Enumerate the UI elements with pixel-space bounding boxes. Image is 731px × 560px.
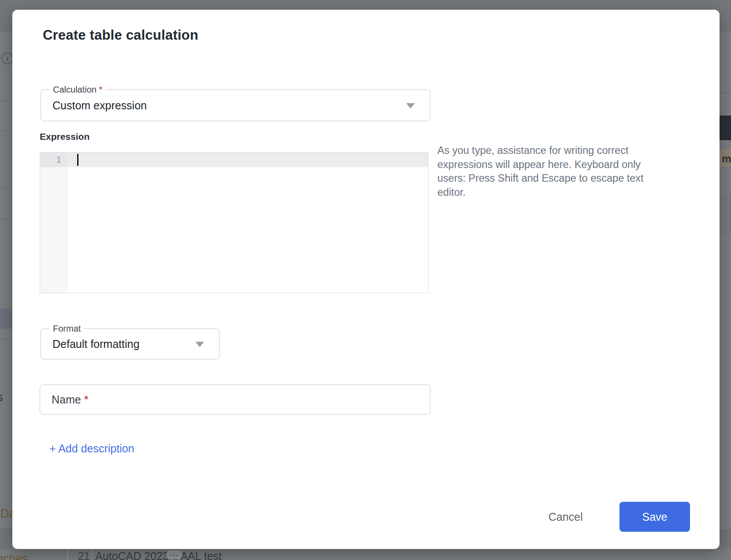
screen: i s Da me 21 AutoCAD 2023.1 AAL test ⋯ n… bbox=[0, 0, 731, 560]
text-cursor bbox=[77, 154, 78, 166]
create-table-calculation-dialog: Create table calculation Calculation * C… bbox=[12, 10, 720, 549]
save-button[interactable]: Save bbox=[619, 502, 690, 532]
format-label: Format bbox=[50, 323, 84, 334]
calculation-selected-value: Custom expression bbox=[52, 99, 147, 112]
calculation-label-text: Calculation bbox=[53, 85, 97, 94]
format-label-text: Format bbox=[53, 324, 81, 333]
dialog-title: Create table calculation bbox=[43, 27, 198, 43]
cancel-button[interactable]: Cancel bbox=[535, 502, 596, 532]
backdrop-divider bbox=[719, 93, 731, 93]
chevron-down-icon bbox=[406, 103, 415, 108]
calculation-select[interactable]: Calculation * Custom expression bbox=[41, 90, 430, 121]
name-input-label: Name * bbox=[52, 393, 88, 406]
name-label-text: Name bbox=[52, 393, 81, 406]
backdrop-divider bbox=[0, 339, 12, 340]
backdrop-divider bbox=[0, 187, 12, 188]
format-select[interactable]: Format Default formatting bbox=[41, 329, 220, 359]
backdrop-table-header-band bbox=[719, 116, 731, 140]
editor-line-number: 1 bbox=[40, 154, 61, 165]
clipped-background-text: me bbox=[722, 153, 731, 165]
clipped-background-text: s bbox=[0, 391, 3, 404]
editor-active-line bbox=[40, 153, 428, 167]
expression-helper-text: As you type, assistance for writing corr… bbox=[437, 144, 671, 199]
table-row-cell: AutoCAD 2023.1 AAL test bbox=[95, 550, 222, 560]
clipped-background-text: nches bbox=[0, 552, 28, 560]
required-asterisk: * bbox=[99, 85, 103, 94]
backdrop-band bbox=[719, 529, 731, 549]
expression-editor[interactable]: 1 bbox=[40, 152, 429, 293]
add-description-link[interactable]: + Add description bbox=[49, 442, 134, 455]
format-selected-value: Default formatting bbox=[52, 338, 139, 351]
backdrop-column-divider bbox=[67, 549, 68, 560]
more-icon: ⋯ bbox=[166, 550, 183, 560]
required-asterisk: * bbox=[84, 393, 89, 406]
backdrop-band bbox=[0, 528, 12, 549]
info-icon: i bbox=[1, 52, 13, 64]
backdrop-divider bbox=[0, 130, 12, 131]
backdrop-divider bbox=[0, 219, 12, 220]
backdrop-band bbox=[719, 194, 731, 235]
editor-gutter bbox=[40, 153, 67, 293]
backdrop-divider bbox=[0, 101, 12, 101]
expression-label: Expression bbox=[40, 131, 90, 142]
backdrop-column-divider bbox=[91, 549, 92, 560]
chevron-down-icon bbox=[195, 342, 204, 347]
backdrop-selected-row bbox=[0, 309, 12, 329]
name-input[interactable]: Name * bbox=[40, 385, 430, 414]
table-row-number: 21 bbox=[71, 550, 90, 560]
calculation-label: Calculation * bbox=[50, 84, 105, 95]
